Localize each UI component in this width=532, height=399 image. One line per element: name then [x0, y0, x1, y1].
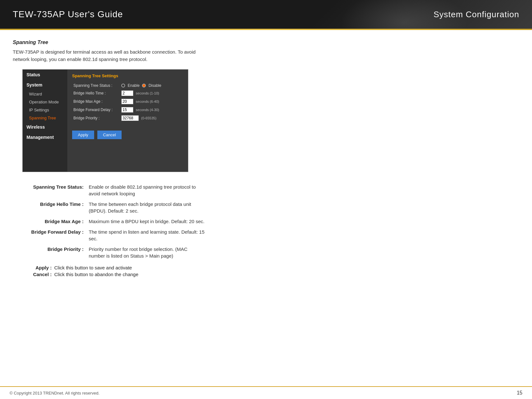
- sidebar-spanning-tree[interactable]: Spanning Tree: [23, 114, 67, 122]
- desc-label: Bridge Max Age :: [22, 216, 86, 227]
- desc-text: Enable or disable 802.1d spanning tree p…: [86, 182, 207, 199]
- form-input-hello-time[interactable]: [121, 90, 133, 96]
- sidebar-management[interactable]: Management: [23, 132, 67, 142]
- desc-row: Bridge Max Age : Maximum time a BPDU kep…: [22, 216, 207, 227]
- spanning-tree-form: Spanning Tree Status : Enable Disable Br…: [72, 82, 183, 122]
- section-title: Spanning Tree: [13, 40, 211, 45]
- desc-label: Spanning Tree Status:: [22, 182, 86, 199]
- form-unit-hello-time: seconds (1-10): [136, 91, 159, 95]
- desc-text: Maximum time a BPDU kept in bridge. Defa…: [86, 216, 207, 227]
- radio-enable-icon[interactable]: [121, 84, 125, 87]
- form-label-max-age: Bridge Max Age :: [72, 97, 120, 106]
- form-row-hello-time: Bridge Hello Time : seconds (1-10): [72, 89, 183, 97]
- form-input-forward-delay[interactable]: [121, 107, 133, 113]
- form-label-forward-delay: Bridge Forward Delay :: [72, 106, 120, 114]
- desc-text: The time spend in listen and learning st…: [86, 227, 207, 244]
- desc-label: Bridge Forward Delay :: [22, 227, 86, 244]
- desc-text: The time between each bridge protocol da…: [86, 199, 207, 216]
- action-row: Cancel : Click this button to abandon th…: [22, 272, 211, 277]
- form-row-status: Spanning Tree Status : Enable Disable: [72, 82, 183, 89]
- desc-row: Bridge Forward Delay : The time spend in…: [22, 227, 207, 244]
- desc-text: Priority number for root bridge selectio…: [86, 244, 207, 261]
- form-row-max-age: Bridge Max Age : seconds (6-40): [72, 97, 183, 106]
- sidebar-status[interactable]: Status: [23, 70, 67, 80]
- header-title: TEW-735AP User's Guide: [13, 9, 123, 19]
- header: TEW-735AP User's Guide System Configurat…: [0, 0, 532, 29]
- form-label-status: Spanning Tree Status :: [72, 82, 120, 89]
- action-label: Cancel :: [22, 272, 54, 277]
- footer: © Copyright 2013 TRENDnet. All rights re…: [0, 386, 532, 399]
- action-label: Apply :: [22, 265, 54, 270]
- actions-section: Apply : Click this button to save and ac…: [22, 265, 211, 277]
- radio-enable-label: Enable: [128, 83, 139, 88]
- desc-row: Bridge Hello Time : The time between eac…: [22, 199, 207, 216]
- radio-group-status: Enable Disable: [121, 83, 182, 88]
- sidebar-wizard[interactable]: Wizard: [23, 90, 67, 98]
- sidebar-operation-mode[interactable]: Operation Mode: [23, 98, 67, 106]
- main-content: Spanning Tree TEW-735AP is designed for …: [0, 30, 223, 285]
- ui-panel: Status System Wizard Operation Mode IP S…: [22, 69, 188, 172]
- cancel-button[interactable]: Cancel: [97, 131, 122, 139]
- form-row-forward-delay: Bridge Forward Delay : seconds (4-30): [72, 106, 183, 114]
- action-row: Apply : Click this button to save and ac…: [22, 265, 211, 270]
- spanning-tree-form-title: Spanning Tree Settings: [72, 73, 183, 78]
- sidebar-ip-settings[interactable]: IP Settings: [23, 106, 67, 114]
- form-buttons: Apply Cancel: [72, 127, 183, 139]
- radio-disable-label: Disable: [148, 83, 161, 88]
- form-unit-forward-delay: seconds (4-30): [136, 108, 159, 112]
- form-unit-max-age: seconds (6-40): [136, 100, 159, 103]
- sidebar-wireless[interactable]: Wireless: [23, 122, 67, 132]
- apply-button[interactable]: Apply: [72, 131, 94, 139]
- desc-row: Bridge Priority : Priority number for ro…: [22, 244, 207, 261]
- form-input-max-age[interactable]: [121, 99, 133, 104]
- ui-sidebar: Status System Wizard Operation Mode IP S…: [23, 70, 67, 172]
- form-label-priority: Bridge Priority :: [72, 114, 120, 122]
- sidebar-system[interactable]: System: [23, 80, 67, 90]
- action-text: Click this button to save and activate: [54, 265, 132, 270]
- form-unit-priority: (0-65535): [141, 116, 156, 120]
- header-system-config: System Configuration: [433, 10, 519, 19]
- footer-page-number: 15: [517, 390, 522, 396]
- desc-row: Spanning Tree Status: Enable or disable …: [22, 182, 207, 199]
- action-text: Click this button to abandon the change: [54, 272, 139, 277]
- ui-main-area: Spanning Tree Settings Spanning Tree Sta…: [67, 70, 188, 172]
- footer-copyright: © Copyright 2013 TRENDnet. All rights re…: [10, 391, 100, 395]
- form-label-hello-time: Bridge Hello Time :: [72, 89, 120, 97]
- desc-label: Bridge Priority :: [22, 244, 86, 261]
- form-input-priority[interactable]: [121, 115, 139, 121]
- form-row-priority: Bridge Priority : (0-65535): [72, 114, 183, 122]
- description-table: Spanning Tree Status: Enable or disable …: [22, 182, 207, 261]
- section-description: TEW-735AP is designed for terminal acces…: [13, 49, 211, 63]
- radio-disable-icon[interactable]: [142, 84, 146, 87]
- desc-label: Bridge Hello Time :: [22, 199, 86, 216]
